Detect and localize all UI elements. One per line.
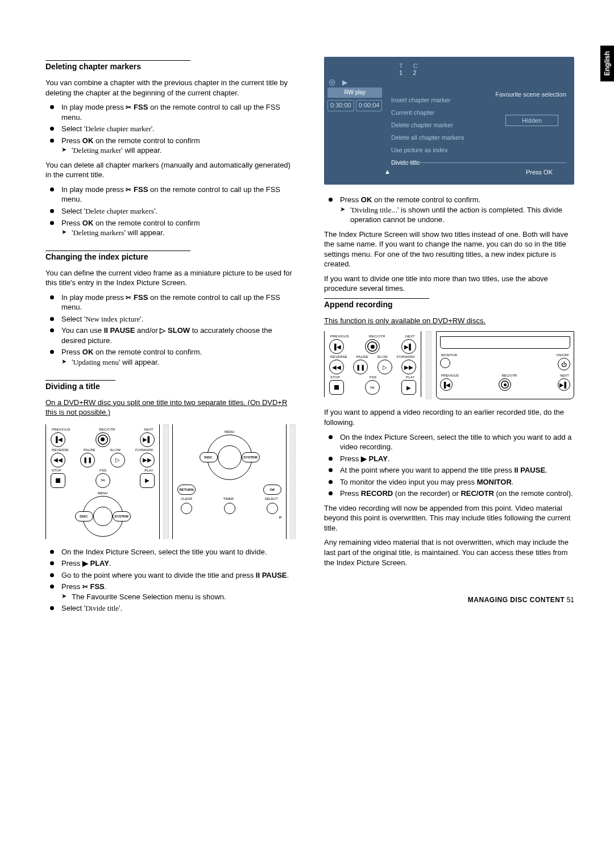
recorder-panel: MONITORON/OFF ⏻ PREVIOUSREC/OTRNEXT ▐◀▶▌ <box>436 331 574 399</box>
system-button: SYSTEM <box>242 452 260 462</box>
result-line: 'Dividing title...' is shown until the a… <box>340 205 574 225</box>
time-total: 0:30:00 <box>327 100 354 111</box>
page-footer: MANAGING DISC CONTENT 51 <box>324 596 574 604</box>
nav-wheel: DISC SYSTEM <box>82 496 123 537</box>
step: In play mode press ✂ FSS on the remote c… <box>45 293 296 312</box>
para: You van combine a chapter with the previ… <box>45 78 296 98</box>
remote-spacer <box>426 331 432 399</box>
fss-icon: ✂ <box>126 294 131 302</box>
heading-dividing-title: Dividing a title <box>45 380 115 391</box>
pause-icon: ❚❚ <box>353 360 368 374</box>
step: Go to the point where you want to divide… <box>45 570 296 581</box>
stop-icon <box>329 380 344 395</box>
left-column: Deleting chapter markers You van combine… <box>45 57 296 616</box>
fss-icon: ✂ <box>96 473 110 488</box>
play-icon: ▶ <box>140 473 155 488</box>
remote-panel: PREVIOUSREC/OTRNEXT ▐◀▶▌ REVERSEPAUSESLO… <box>324 331 421 397</box>
result-line: 'Deleting marker' will appear. <box>61 145 296 156</box>
pause-icon: ❚❚ <box>80 453 95 468</box>
remote-spacer <box>290 424 296 539</box>
remote-spacer <box>163 424 169 539</box>
para: You can delete all chapter markers (manu… <box>45 160 296 180</box>
record-icon <box>96 432 110 447</box>
ok-button: OK <box>263 485 281 495</box>
prev-icon: ▐◀ <box>51 432 65 447</box>
right-column: TC 12 ◎ ▶ RW play 0:30:00 0:00:04 Favour… <box>324 57 574 616</box>
disc-icon: ◎ <box>329 77 335 86</box>
slow-icon: ▷ <box>377 360 392 374</box>
step: Select 'Delete chapter markers'. <box>45 206 296 216</box>
forward-icon: ▶▶ <box>140 453 155 468</box>
heading-append-recording: Append recording <box>324 298 429 309</box>
disc-button: DISC <box>200 452 218 462</box>
result-line: 'Updating menu' will appear. <box>61 357 296 368</box>
prev-icon: ▐◀ <box>440 378 453 391</box>
remote-left-panel: PREVIOUSREC/OTRNEXT ▐◀▶▌ REVERSEPAUSESLO… <box>45 424 160 539</box>
next-icon: ▶▌ <box>140 432 155 447</box>
osd-screenshot: TC 12 ◎ ▶ RW play 0:30:00 0:00:04 Favour… <box>324 57 574 185</box>
remote-diagram-divide: PREVIOUSREC/OTRNEXT ▐◀▶▌ REVERSEPAUSESLO… <box>45 424 296 539</box>
step: Press ▶ PLAY. <box>45 558 296 569</box>
next-icon: ▶▌ <box>401 339 416 354</box>
clear-button <box>181 503 192 514</box>
osd-menu-item: Current chapter <box>391 106 464 119</box>
osd-hidden-box: Hidden <box>505 115 558 126</box>
timer-button <box>224 503 235 514</box>
step: You can use II PAUSE and/or ▷ SLOW to ac… <box>45 326 296 345</box>
para: You can define the current video frame a… <box>45 268 296 288</box>
step: On the Index Picture Screen, select the … <box>324 432 574 452</box>
select-button <box>267 503 278 514</box>
stop-icon <box>51 473 65 488</box>
rw-play-badge: RW play <box>327 87 382 98</box>
step: Press ✂ FSS. The Favourite Scene Selecti… <box>45 582 296 602</box>
language-tab: English <box>600 45 614 81</box>
reverse-icon: ◀◀ <box>51 453 65 468</box>
para: The Index Picture Screen will show two t… <box>324 229 574 269</box>
disc-button: DISC <box>75 511 93 521</box>
remote-diagram-append: PREVIOUSREC/OTRNEXT ▐◀▶▌ REVERSEPAUSESLO… <box>324 331 574 399</box>
power-icon: ⏻ <box>558 358 570 370</box>
step: In play mode press ✂ FSS on the remote c… <box>45 102 296 122</box>
heading-deleting-markers: Deleting chapter markers <box>45 60 190 71</box>
return-button: RETURN <box>177 485 196 495</box>
result-line: The Favourite Scene Selection menu is sh… <box>61 592 296 602</box>
osd-press-ok: Press OK <box>526 169 553 176</box>
step: On the Index Picture Screen, select the … <box>45 547 296 557</box>
cursor-icon: ▲ <box>384 168 391 175</box>
osd-menu-item: Delete all chapter markers <box>391 131 464 144</box>
step: Select 'New index picture'. <box>45 314 296 324</box>
para: The video recording will now be appended… <box>324 503 574 533</box>
step: Press OK on the remote control to confir… <box>45 218 296 238</box>
step: To monitor the video input you may press… <box>324 477 574 487</box>
prev-icon: ▐◀ <box>329 339 344 354</box>
osd-menu-item: Use picture as index <box>391 144 464 156</box>
remote-right-panel: MENU DISC SYSTEM RETURNOK CLEARTIMERSELE… <box>172 424 287 539</box>
system-button: SYSTEM <box>113 511 131 521</box>
play-icon: ▶ <box>401 380 416 395</box>
step: Press OK on the remote control to confir… <box>324 195 574 225</box>
slow-icon: ▷ <box>110 453 125 468</box>
para-note: This function is only available on DVD+R… <box>324 316 574 326</box>
fss-icon: ✂ <box>126 103 131 111</box>
fss-icon: ✂ <box>365 380 380 395</box>
step: Press OK on the remote control to confir… <box>45 347 296 367</box>
osd-menu-item: Delete chapter marker <box>391 119 464 131</box>
para: Any remaining video material that is not… <box>324 537 574 567</box>
osd-title: Favourite scene selection <box>495 91 566 98</box>
next-icon: ▶▌ <box>558 378 570 391</box>
step: Press OK on the remote control to confir… <box>45 136 296 156</box>
para: If you want to append a video recording … <box>324 407 574 427</box>
para: If you want to divide one title into mor… <box>324 274 574 294</box>
result-line: 'Deleting markers' will appear. <box>61 228 296 238</box>
page-number: 51 <box>567 596 574 604</box>
step: Press ▶ PLAY. <box>324 454 574 464</box>
forward-icon: ▶▶ <box>401 360 416 374</box>
osd-menu-item: Insert chapter marker <box>391 94 464 106</box>
step: Select 'Delete chapter marker'. <box>45 124 296 134</box>
step: Select 'Divide title'. <box>45 603 296 614</box>
nav-wheel: DISC SYSTEM <box>207 435 252 480</box>
play-icon: ▶ <box>342 78 347 86</box>
para-note: On a DVD+RW disc you split one title int… <box>45 398 296 418</box>
step: At the point where you want to append th… <box>324 465 574 475</box>
monitor-button <box>440 358 450 368</box>
